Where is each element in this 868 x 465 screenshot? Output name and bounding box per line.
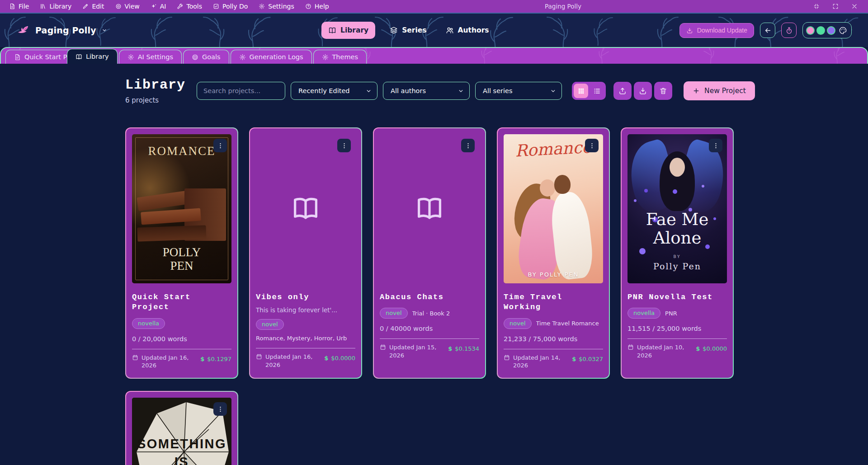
- tab-library[interactable]: Library: [67, 49, 118, 64]
- project-card[interactable]: SOMETHINGIS: [125, 391, 238, 465]
- nav-authors[interactable]: Authors: [441, 22, 494, 39]
- tab-generation-logs[interactable]: Generation Logs: [231, 50, 312, 64]
- expand-icon: [832, 3, 839, 9]
- expand-button[interactable]: [829, 0, 842, 13]
- tab-themes[interactable]: Themes: [313, 50, 367, 64]
- updated-date: Updated Jan 16, 2026: [132, 354, 190, 370]
- sort-select[interactable]: Recently Edited: [291, 82, 377, 100]
- download-button[interactable]: [634, 82, 652, 100]
- download-icon: [686, 27, 693, 34]
- card-footer: Updated Jan 16, 2026 $$0.1297: [132, 354, 231, 370]
- gear-icon: [127, 54, 134, 61]
- new-project-button[interactable]: New Project: [684, 81, 755, 100]
- project-title: Quick Start Project: [132, 292, 231, 313]
- badge-row: novel: [256, 319, 355, 330]
- timer-button[interactable]: [781, 23, 797, 38]
- upload-button[interactable]: [613, 82, 632, 100]
- plus-icon: [693, 87, 700, 94]
- menu-help[interactable]: Help: [301, 0, 334, 13]
- chevron-down-icon: [458, 88, 464, 94]
- card-menu-button[interactable]: [461, 139, 475, 152]
- back-button[interactable]: [760, 23, 775, 38]
- menu-polly-do[interactable]: Polly Do: [208, 0, 252, 13]
- project-card[interactable]: Fae MeAloneBYPolly PenPNR Novella Testno…: [621, 127, 734, 379]
- card-menu-button[interactable]: [709, 139, 722, 152]
- card-menu-button[interactable]: [213, 139, 227, 152]
- card-menu-button[interactable]: [337, 139, 351, 152]
- genres-label: Romance, Mystery, Horror, Urb: [256, 335, 355, 342]
- sort-select-value: Recently Edited: [298, 87, 350, 94]
- delete-button[interactable]: [654, 82, 672, 100]
- dollar-icon: $: [696, 345, 700, 352]
- list-view-button[interactable]: [590, 84, 604, 98]
- menu-tools[interactable]: Tools: [172, 0, 207, 13]
- tab-bar: Quick Start ProjectLibraryAI SettingsGoa…: [0, 47, 868, 64]
- book-cover: SOMETHINGIS: [132, 398, 231, 465]
- menu-file[interactable]: File: [5, 0, 33, 13]
- tab-ai-settings[interactable]: AI Settings: [119, 50, 182, 64]
- calendar-icon: [132, 354, 138, 370]
- book-cover: ROMANCEPOLLYPEN: [132, 134, 231, 283]
- logo-text: Paging Polly: [35, 25, 96, 35]
- nav-label: Library: [340, 26, 368, 34]
- card-menu-button[interactable]: [585, 139, 599, 152]
- theme-swatch-3[interactable]: [827, 26, 835, 35]
- palette-icon: [839, 26, 847, 35]
- help-icon: [305, 3, 311, 9]
- grid-view-button[interactable]: [574, 84, 588, 98]
- menu-library[interactable]: Library: [35, 0, 76, 13]
- project-card[interactable]: ROMANCEPOLLYPENQuick Start Projectnovell…: [125, 127, 238, 379]
- theme-swatch-1[interactable]: [806, 26, 815, 35]
- series-label: Trial · Book 2: [412, 310, 450, 317]
- dollar-icon: $: [324, 355, 328, 362]
- project-title: Time Travel Working: [504, 292, 603, 313]
- menu-ai[interactable]: AI: [146, 0, 171, 13]
- generation-cost: $$0.0327: [572, 356, 603, 362]
- project-card[interactable]: Vibes onlyThis is taking forever let'...…: [249, 127, 362, 379]
- type-badge: novel: [380, 308, 408, 319]
- book-cover: RomanceBY POLLY PEN: [504, 134, 603, 283]
- project-card[interactable]: RomanceBY POLLY PENTime Travel Workingno…: [497, 127, 610, 379]
- svg-text:IS: IS: [175, 455, 189, 465]
- menu-edit[interactable]: Edit: [78, 0, 108, 13]
- book-cover: Fae MeAloneBYPolly Pen: [627, 134, 727, 283]
- chevron-down-icon: [550, 88, 556, 94]
- nav-library[interactable]: Library: [321, 22, 375, 39]
- tab-quick-start-project[interactable]: Quick Start Project: [5, 50, 74, 64]
- kebab-icon: [217, 142, 224, 149]
- search-input[interactable]: [197, 82, 285, 100]
- compress-button[interactable]: [810, 0, 823, 13]
- layers-icon: [390, 26, 398, 34]
- tab-strip: Quick Start ProjectLibraryAI SettingsGoa…: [5, 49, 367, 64]
- theme-swatch-2[interactable]: [816, 26, 825, 35]
- card-divider: [132, 349, 231, 349]
- badge-row: novelTime Travel Romance: [504, 318, 603, 329]
- author-filter-select[interactable]: All authors: [383, 82, 470, 100]
- word-count: 21,233 / 75,000 words: [504, 335, 603, 343]
- generation-cost: $$0.1297: [200, 356, 231, 362]
- card-divider: [627, 338, 727, 339]
- card-footer: Updated Jan 15, 2026 $$0.1534: [380, 343, 479, 359]
- menu-view[interactable]: View: [111, 0, 144, 13]
- download-update-button[interactable]: Download Update: [679, 23, 754, 38]
- menu-settings[interactable]: Settings: [254, 0, 298, 13]
- updated-date: Updated Jan 16, 2026: [256, 353, 314, 369]
- card-menu-button[interactable]: [213, 402, 227, 416]
- chevron-down-icon: [102, 28, 107, 33]
- svg-text:SOMETHING: SOMETHING: [137, 437, 226, 451]
- nav-series[interactable]: Series: [385, 22, 431, 39]
- app-logo[interactable]: Paging Polly: [0, 22, 107, 38]
- menu-label: Settings: [268, 3, 294, 10]
- series-filter-select[interactable]: All series: [475, 82, 562, 100]
- target-icon: [192, 54, 198, 61]
- close-button[interactable]: [848, 0, 861, 13]
- library-toolbar: Library 6 projects Recently Edited All a…: [125, 77, 868, 104]
- palette-button[interactable]: [837, 25, 848, 36]
- dollar-icon: $: [572, 356, 576, 362]
- calendar-icon: [627, 343, 634, 359]
- tab-goals[interactable]: Goals: [183, 50, 229, 64]
- nav-label: Authors: [458, 26, 489, 34]
- project-card[interactable]: Abacus ChatsnovelTrial · Book 20 / 40000…: [373, 127, 486, 379]
- gear-icon: [322, 54, 329, 61]
- series-label: Time Travel Romance: [536, 320, 599, 327]
